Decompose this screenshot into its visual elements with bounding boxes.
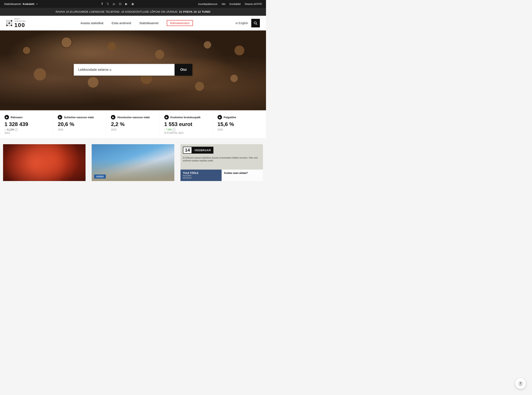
- card-3[interactable]: 14 VEEBRUAR Et töötlused saavad statisti…: [181, 144, 263, 181]
- stat-label-suhteline: ▶ Suhtelise vaesuse määr: [58, 115, 102, 120]
- header: EESTI STATISTIKA 100 Avasta statistikat …: [0, 16, 266, 30]
- announcement-banner: RAHVA JA ELURUUMIDE LOENDUSE TELEFONI- J…: [0, 8, 266, 16]
- info-icon-1[interactable]: i: [15, 128, 18, 131]
- stat-value-rahvaarv: 1 328 439: [5, 121, 49, 127]
- stats-strip: ▶ Rahvaarv 1 328 439 ↓ -0,12% i 2022 ▶ S…: [0, 110, 266, 138]
- logo-dot-3: [11, 20, 12, 22]
- linkedin-icon[interactable]: in: [113, 2, 115, 6]
- logo-dot-9: [11, 25, 12, 26]
- card-1[interactable]: [3, 144, 86, 181]
- logo-dot-6: [11, 22, 12, 24]
- card-3-cta-2[interactable]: Kuidas saan aidata?: [222, 170, 263, 181]
- stat-year-suhteline: 2020: [58, 128, 102, 131]
- brand-dropdown-icon[interactable]: ▾: [36, 3, 38, 5]
- nav-esita[interactable]: Esita andmeid: [112, 21, 131, 25]
- logo-line3: 100: [14, 22, 26, 28]
- stat-label-palgalohe: ▶ Palgalõhe: [218, 115, 262, 120]
- card-2-badge: UUDIS: [94, 175, 106, 179]
- contacts-link[interactable]: Kontaktid: [229, 2, 241, 5]
- help-link[interactable]: Abi: [222, 2, 225, 5]
- logo-dot-8: [8, 25, 10, 26]
- facebook-icon[interactable]: 𝗳: [101, 2, 103, 6]
- twitter-icon[interactable]: 𝕏: [107, 2, 109, 6]
- brand-link[interactable]: Statistikaamet: Koduleht ▾: [4, 2, 38, 5]
- card-1-image: [3, 144, 86, 181]
- instagram-icon[interactable]: ◉: [131, 2, 134, 6]
- stat-arrow-icon-4: ▶: [164, 115, 169, 120]
- card-3-cta-row: TULE TÖÖLE Kassatööbürokond... Kuidas sa…: [181, 170, 263, 181]
- card-2[interactable]: UUDIS: [92, 144, 174, 181]
- top-nav-links: Juurdepääsuvus Abi Kontaktid Sisene eSTA…: [198, 2, 262, 5]
- hero-search: Otsi: [74, 64, 192, 76]
- hero-search-input[interactable]: [74, 64, 175, 76]
- logo-dot-5: [8, 22, 10, 24]
- card-3-image-wrapper: 14 VEEBRUAR Et töötlused saavad statisti…: [181, 144, 263, 181]
- stat-value-palgalohe: 15,6 %: [218, 121, 262, 127]
- stat-year-absoluutse: 2020: [111, 128, 155, 131]
- card-3-cta-1[interactable]: TULE TÖÖLE Kassatööbürokond...: [181, 170, 222, 181]
- stat-value-suhteline: 20,6 %: [58, 121, 102, 127]
- stat-label-brutokuupalk: ▶ Keskmine brutokuupalk: [164, 115, 208, 120]
- social-links: 𝗳 𝕏 in ⊡ ▶ ◉: [101, 2, 134, 6]
- banner-text-prefix: RAHVA JA ELURUUMIDE LOENDUSE TELEFONI- J…: [56, 10, 177, 13]
- search-icon: [254, 21, 258, 25]
- header-right: in English: [236, 19, 260, 27]
- logo-dots: [6, 20, 12, 26]
- stat-year-brutokuupalk: III KVARTAL 2021: [164, 132, 208, 134]
- stat-value-absoluutse: 2,2 %: [111, 121, 155, 127]
- stat-value-brutokuupalk: 1 553 eurot: [164, 121, 208, 127]
- monitor-icon[interactable]: ⊡: [119, 2, 121, 6]
- stat-year-rahvaarv: 2022: [5, 132, 49, 134]
- card-3-cta-1-sub: Kassatööbürokond...: [183, 175, 219, 179]
- logo-dot-4: [6, 22, 8, 24]
- stat-change-rahvaarv: ↓ -0,12% i: [5, 128, 49, 131]
- logo[interactable]: EESTI STATISTIKA 100: [6, 18, 26, 28]
- svg-line-1: [256, 23, 257, 25]
- stat-palgalohe[interactable]: ▶ Palgalõhe 15,6 % 2020: [213, 111, 266, 138]
- main-nav: Avasta statistikat Esita andmeid Statist…: [38, 20, 236, 26]
- stat-rahvaarv[interactable]: ▶ Rahvaarv 1 328 439 ↓ -0,12% i 2022: [0, 111, 53, 138]
- stat-change-brutokuupalk: ↑ 7,8% i: [164, 128, 208, 131]
- hero-search-button[interactable]: Otsi: [175, 64, 192, 76]
- stat-arrow-icon-1: ▶: [5, 115, 9, 120]
- card-3-body-text: Et töötlused saavad statistiliste üksust…: [183, 156, 260, 162]
- stat-label-rahvaarv: ▶ Rahvaarv: [5, 115, 49, 120]
- card-3-cta-2-title: Kuidas saan aidata?: [224, 172, 260, 175]
- stat-absoluutse[interactable]: ▶ Absoluutse vaesuse määr 2,2 % 2020: [106, 111, 160, 138]
- header-search-button[interactable]: [251, 19, 260, 27]
- logo-text: EESTI STATISTIKA 100: [14, 18, 26, 28]
- card-3-image: 14 VEEBRUAR Et töötlused saavad statisti…: [181, 144, 263, 181]
- youtube-icon[interactable]: ▶: [125, 2, 128, 6]
- cards-section: UUDIS 14 VEEBRUAR Et töötlused saavad st…: [0, 138, 266, 181]
- brand-name: Koduleht: [23, 2, 34, 5]
- login-link[interactable]: Sisene eSTATi: [245, 2, 262, 5]
- stat-arrow-icon-2: ▶: [58, 115, 62, 120]
- banner-text-highlight: 21 PÄEVA JA 12 TUNDI: [179, 10, 211, 13]
- hero-section: Otsi: [0, 30, 266, 110]
- stat-arrow-icon-5: ▶: [218, 115, 222, 120]
- card-2-image-wrapper: UUDIS: [92, 144, 174, 181]
- logo-dot-2: [8, 20, 10, 22]
- nav-rahvaloendus[interactable]: Rahvaloendus: [167, 20, 193, 26]
- nav-statistikaamet[interactable]: Statistikaamet: [139, 21, 159, 25]
- logo-line1: EESTI: [14, 18, 26, 20]
- card-3-date-month: VEEBRUAR: [192, 147, 214, 154]
- info-icon-2[interactable]: i: [172, 128, 175, 131]
- accessibility-link[interactable]: Juurdepääsuvus: [198, 2, 217, 5]
- logo-dot-1: [6, 20, 8, 22]
- stat-suhteline[interactable]: ▶ Suhtelise vaesuse määr 20,6 % 2020: [53, 111, 106, 138]
- stat-arrow-icon-3: ▶: [111, 115, 115, 120]
- card-3-date: 14 VEEBRUAR: [183, 147, 214, 154]
- stat-label-absoluutse: ▶ Absoluutse vaesuse määr: [111, 115, 155, 120]
- card-3-date-num: 14: [183, 147, 192, 154]
- language-switch[interactable]: in English: [236, 22, 248, 25]
- logo-dot-7: [6, 25, 8, 26]
- stat-year-palgalohe: 2020: [218, 128, 262, 131]
- brand-prefix: Statistikaamet:: [4, 2, 22, 5]
- nav-avasta[interactable]: Avasta statistikat: [80, 21, 103, 25]
- stat-brutokuupalk[interactable]: ▶ Keskmine brutokuupalk 1 553 eurot ↑ 7,…: [160, 111, 213, 138]
- card-3-cta-1-title: TULE TÖÖLE: [183, 172, 219, 175]
- top-bar: Statistikaamet: Koduleht ▾ 𝗳 𝕏 in ⊡ ▶ ◉ …: [0, 0, 266, 8]
